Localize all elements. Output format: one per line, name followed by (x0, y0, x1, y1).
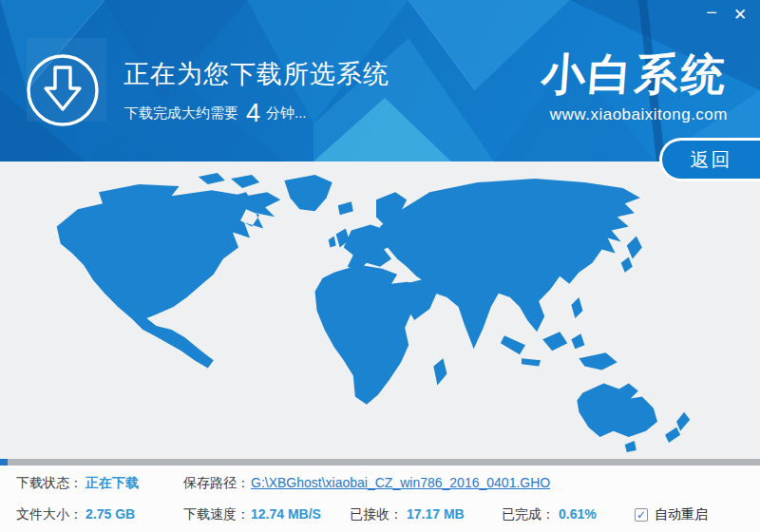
progress-fill (0, 459, 8, 466)
world-map (53, 171, 707, 454)
back-button[interactable]: 返回 (659, 138, 760, 181)
download-icon (25, 52, 101, 128)
main-content (0, 162, 760, 459)
close-button[interactable]: ✕ (728, 4, 752, 27)
received-value: 17.17 MB (407, 506, 465, 522)
completed-value: 0.61% (559, 506, 597, 522)
auto-restart-label: 自动重启 (655, 506, 708, 523)
speed-value: 12.74 MB/S (251, 506, 321, 522)
file-size-value: 2.75 GB (86, 506, 135, 522)
header-subtitle: 下载完成大约需要4分钟... (124, 99, 307, 128)
progress-bar-track (0, 459, 760, 466)
header: − ✕ 正在为您下载所选系统 下载完成大约需要4分钟... 小白系统 www.x… (0, 0, 760, 162)
received-label: 已接收： (350, 506, 403, 523)
save-path-link[interactable]: G:\XBGhost\xiaobai_CZ_win786_2016_0401.G… (251, 475, 550, 490)
file-size-label: 文件大小： (16, 506, 83, 523)
header-title: 正在为您下载所选系统 (124, 57, 390, 91)
auto-restart-option[interactable]: ✓ 自动重启 (635, 506, 708, 523)
download-status-label: 下载状态： (16, 475, 83, 492)
subtitle-minutes: 4 (238, 99, 266, 127)
subtitle-suffix: 分钟... (266, 104, 307, 121)
completed-label: 已完成： (502, 506, 555, 523)
save-path-label: 保存路径： (183, 475, 250, 492)
logo-text: 小白系统 (540, 46, 730, 104)
auto-restart-checkbox[interactable]: ✓ (635, 508, 648, 522)
app-window: − ✕ 正在为您下载所选系统 下载完成大约需要4分钟... 小白系统 www.x… (0, 0, 760, 532)
speed-label: 下载速度： (183, 506, 250, 523)
logo-block: 小白系统 www.xiaobaixitong.com (542, 46, 728, 124)
minimize-button[interactable]: − (699, 1, 724, 24)
download-status-value: 正在下载 (86, 475, 139, 492)
logo-website: www.xiaobaixitong.com (542, 105, 728, 124)
status-footer: 下载状态： 正在下载 保存路径： G:\XBGhost\xiaobai_CZ_w… (0, 466, 760, 532)
subtitle-prefix: 下载完成大约需要 (124, 104, 238, 121)
